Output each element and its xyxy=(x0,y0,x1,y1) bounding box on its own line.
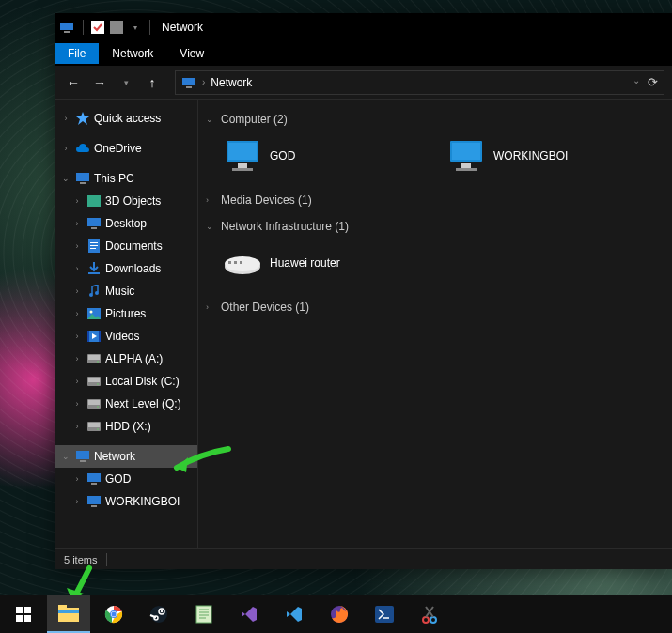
chevron-right-icon[interactable]: › xyxy=(71,286,83,296)
taskbar-firefox[interactable] xyxy=(318,595,361,633)
forward-button[interactable]: → xyxy=(88,71,111,94)
sidebar-item[interactable]: ›ALPHA (A:) xyxy=(55,347,197,370)
statusbar: 5 items xyxy=(55,548,672,569)
svg-rect-57 xyxy=(24,615,31,622)
svg-rect-12 xyxy=(90,242,98,243)
folder-icon xyxy=(86,216,102,231)
sidebar-network-computer[interactable]: ›WORKINGBOI xyxy=(55,490,197,513)
chevron-right-icon[interactable]: › xyxy=(206,302,215,312)
system-icon[interactable] xyxy=(58,19,75,36)
svg-rect-14 xyxy=(90,248,96,249)
taskbar-vscode[interactable] xyxy=(273,595,316,633)
refresh-button[interactable]: ⟳ xyxy=(648,75,658,89)
chevron-right-icon[interactable]: › xyxy=(71,399,83,409)
menu-view[interactable]: View xyxy=(166,43,217,64)
sidebar-item[interactable]: ›Music xyxy=(55,280,197,302)
svg-rect-42 xyxy=(228,143,257,160)
chevron-right-icon[interactable]: › xyxy=(71,474,83,484)
body: › Quick access › OneDrive ⌄ This PC ›3D … xyxy=(55,100,672,548)
taskbar-visualstudio[interactable] xyxy=(227,595,271,633)
svg-point-31 xyxy=(97,406,99,408)
chevron-right-icon[interactable]: › xyxy=(206,195,215,205)
svg-rect-3 xyxy=(110,21,123,34)
chevron-right-icon[interactable]: › xyxy=(71,309,83,318)
chevron-right-icon[interactable]: › xyxy=(71,377,83,386)
svg-rect-4 xyxy=(182,78,195,85)
chevron-right-icon[interactable]: › xyxy=(60,114,71,123)
taskbar-chrome[interactable] xyxy=(92,595,135,633)
svg-rect-36 xyxy=(80,460,86,462)
breadcrumb-text[interactable]: Network xyxy=(211,76,252,89)
content-item[interactable]: WORKINGBOI xyxy=(443,135,659,177)
sidebar-item[interactable]: ›Local Disk (C:) xyxy=(55,370,197,393)
start-button[interactable] xyxy=(2,595,45,633)
address-dropdown-icon[interactable]: ⌄ xyxy=(633,75,640,89)
titlebar: ▾ Network xyxy=(55,13,672,41)
address-bar[interactable]: › Network ⌄ ⟳ xyxy=(175,70,664,95)
qat-item-icon[interactable] xyxy=(108,19,125,36)
sidebar-item[interactable]: ›3D Objects xyxy=(55,190,197,212)
content-item[interactable]: GOD xyxy=(219,135,435,177)
navigation-pane[interactable]: › Quick access › OneDrive ⌄ This PC ›3D … xyxy=(55,100,197,548)
svg-rect-33 xyxy=(88,423,100,427)
sidebar-onedrive[interactable]: › OneDrive xyxy=(55,137,197,160)
sidebar-item[interactable]: ›Documents xyxy=(55,235,197,257)
content-pane[interactable]: ⌄Computer (2)GODWORKINGBOI›Media Devices… xyxy=(197,100,672,548)
sidebar-network[interactable]: ⌄ Network xyxy=(55,445,197,468)
group-header[interactable]: ›Other Devices (1) xyxy=(204,297,666,317)
back-button[interactable]: ← xyxy=(62,71,85,94)
group-header[interactable]: ⌄Network Infrastructure (1) xyxy=(204,216,666,237)
taskbar-notepadpp[interactable] xyxy=(182,595,226,633)
chevron-right-icon[interactable]: › xyxy=(71,264,83,273)
up-button[interactable]: ↑ xyxy=(141,71,164,94)
svg-rect-40 xyxy=(91,505,97,507)
group-header[interactable]: ⌄Computer (2) xyxy=(204,109,666,130)
chevron-down-icon[interactable]: ⌄ xyxy=(206,222,215,231)
chevron-right-icon[interactable]: › xyxy=(71,354,83,363)
sidebar-network-computer[interactable]: ›GOD xyxy=(55,468,197,490)
taskbar-steam[interactable] xyxy=(137,595,180,633)
chevron-right-icon[interactable]: › xyxy=(71,332,83,341)
chevron-right-icon[interactable]: › xyxy=(60,144,71,153)
content-item[interactable]: Huawei router xyxy=(219,242,435,284)
folder-icon xyxy=(86,239,102,254)
taskbar-powershell[interactable] xyxy=(363,595,406,633)
menu-network[interactable]: Network xyxy=(99,43,166,64)
folder-icon xyxy=(86,193,102,208)
chevron-right-icon[interactable]: › xyxy=(71,422,83,431)
group-header[interactable]: ›Media Devices (1) xyxy=(204,190,666,210)
taskbar-explorer[interactable] xyxy=(47,595,90,633)
svg-rect-27 xyxy=(88,378,100,382)
item-count: 5 items xyxy=(64,554,97,565)
chevron-down-icon[interactable]: ⌄ xyxy=(60,452,71,461)
folder-icon xyxy=(86,306,102,321)
taskbar-snip[interactable] xyxy=(408,595,451,633)
recent-dropdown[interactable]: ▾ xyxy=(115,71,137,94)
chevron-right-icon[interactable]: › xyxy=(71,497,83,506)
chevron-right-icon[interactable]: › xyxy=(71,196,83,206)
sidebar-item[interactable]: ›Desktop xyxy=(55,212,197,235)
svg-rect-43 xyxy=(238,163,247,168)
svg-rect-2 xyxy=(91,21,104,34)
quick-access-toolbar: ▾ xyxy=(79,19,154,36)
svg-rect-24 xyxy=(88,355,100,360)
svg-point-19 xyxy=(90,311,93,314)
qat-dropdown-icon[interactable]: ▾ xyxy=(127,19,144,36)
chevron-right-icon[interactable]: › xyxy=(71,241,83,251)
chevron-right-icon[interactable]: › xyxy=(71,219,83,228)
network-icon xyxy=(181,75,196,90)
sidebar-item[interactable]: ›Videos xyxy=(55,325,197,347)
chevron-down-icon[interactable]: ⌄ xyxy=(60,174,71,183)
sidebar-item[interactable]: ›Next Level (Q:) xyxy=(55,393,197,415)
sidebar-quick-access[interactable]: › Quick access xyxy=(55,107,197,130)
sidebar-item[interactable]: ›HDD (X:) xyxy=(55,415,197,438)
menu-file[interactable]: File xyxy=(55,43,99,64)
svg-rect-8 xyxy=(87,195,101,207)
chevron-down-icon[interactable]: ⌄ xyxy=(206,115,215,124)
svg-point-25 xyxy=(97,361,99,363)
sidebar-this-pc[interactable]: ⌄ This PC xyxy=(55,167,197,190)
sidebar-item[interactable]: ›Downloads xyxy=(55,257,197,280)
sidebar-item[interactable]: ›Pictures xyxy=(55,302,197,325)
svg-rect-51 xyxy=(228,261,231,264)
properties-icon[interactable] xyxy=(89,19,106,36)
